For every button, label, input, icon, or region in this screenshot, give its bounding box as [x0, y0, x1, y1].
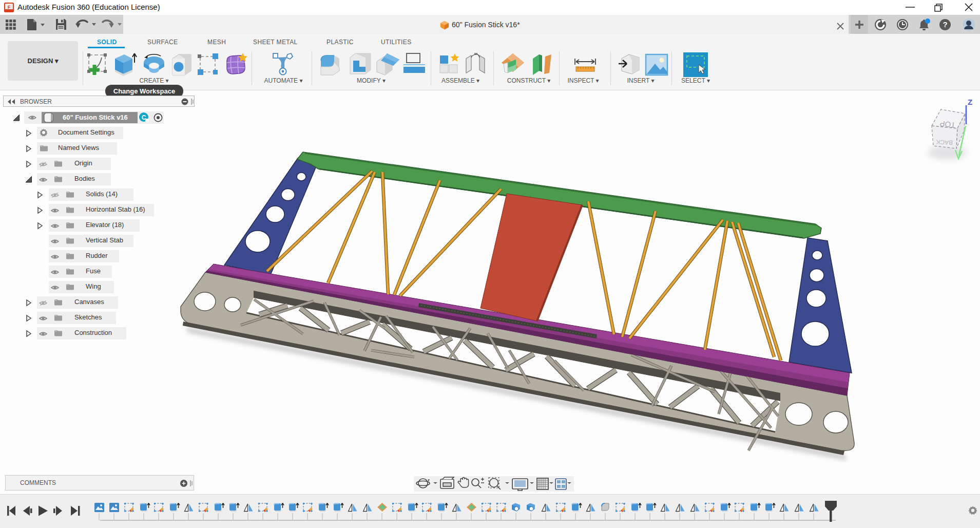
- svg-text:?: ?: [943, 20, 947, 29]
- svg-text:Z: Z: [968, 98, 972, 106]
- svg-text:BACK: BACK: [936, 138, 953, 146]
- svg-text:F: F: [8, 5, 11, 10]
